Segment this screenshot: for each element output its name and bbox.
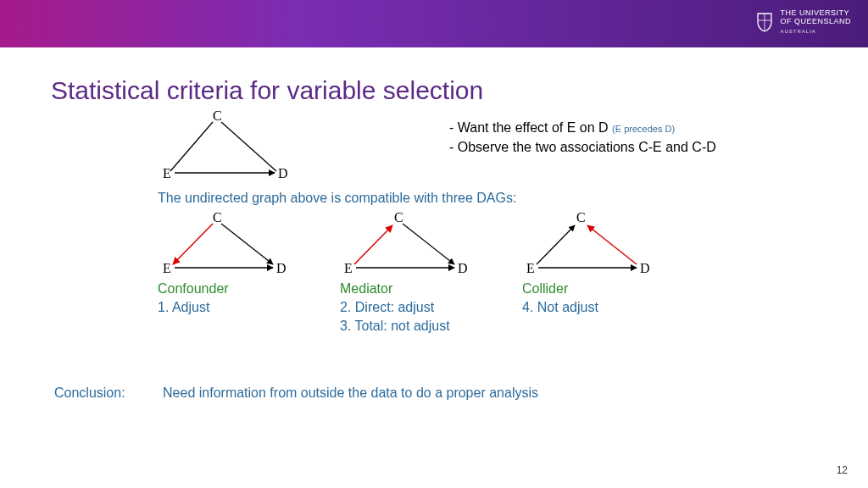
note-precedes: (E precedes D) bbox=[612, 124, 675, 134]
svg-line-6 bbox=[221, 224, 273, 264]
svg-line-17 bbox=[537, 225, 575, 264]
svg-text:E: E bbox=[526, 261, 535, 275]
svg-text:D: D bbox=[458, 261, 468, 275]
svg-line-5 bbox=[173, 224, 213, 264]
dag-action-4: 4. Not adjust bbox=[522, 298, 704, 317]
node-e: E bbox=[163, 166, 171, 180]
note-observe: - Observe the two associations C-E and C… bbox=[449, 138, 716, 157]
svg-text:E: E bbox=[163, 261, 171, 275]
dag-action-2: 2. Direct: adjust bbox=[340, 298, 522, 317]
dag-action-1: 1. Adjust bbox=[158, 298, 340, 317]
note-want-effect: - Want the effect of E on D bbox=[449, 120, 612, 135]
node-d: D bbox=[278, 166, 288, 180]
header-bar: THE UNIVERSITY OF QUEENSLAND AUSTRALIA bbox=[0, 0, 868, 47]
logo-sub: AUSTRALIA bbox=[780, 27, 851, 36]
svg-line-2 bbox=[170, 122, 213, 171]
university-logo: THE UNIVERSITY OF QUEENSLAND AUSTRALIA bbox=[754, 8, 851, 36]
svg-text:C: C bbox=[213, 212, 222, 225]
logo-line2: OF QUEENSLAND bbox=[780, 17, 851, 25]
conclusion-label: Conclusion: bbox=[54, 385, 125, 400]
dag-title-mediator: Mediator bbox=[340, 280, 522, 298]
dag-title-confounder: Confounder bbox=[158, 280, 340, 298]
undirected-graph: C E D bbox=[158, 110, 302, 186]
dag-mediator: C E D bbox=[339, 212, 483, 280]
dag-descriptions: Confounder 1. Adjust Mediator 2. Direct:… bbox=[158, 280, 704, 336]
conclusion-text: Need information from outside the data t… bbox=[163, 385, 538, 400]
dag-confounder: C E D bbox=[158, 212, 302, 280]
svg-text:D: D bbox=[640, 261, 650, 275]
logo-line1: THE UNIVERSITY bbox=[780, 8, 851, 17]
dag-collider: C E D bbox=[521, 212, 665, 280]
compatibility-caption: The undirected graph above is compatible… bbox=[158, 191, 516, 206]
crest-icon bbox=[754, 12, 775, 32]
page-title: Statistical criteria for variable select… bbox=[51, 76, 483, 105]
conclusion: Conclusion: Need information from outsid… bbox=[54, 385, 538, 401]
svg-text:C: C bbox=[576, 212, 586, 225]
svg-line-18 bbox=[587, 225, 637, 264]
svg-line-12 bbox=[403, 224, 454, 264]
svg-line-11 bbox=[354, 225, 392, 264]
svg-text:D: D bbox=[276, 261, 287, 275]
svg-line-3 bbox=[221, 122, 276, 171]
dag-action-3: 3. Total: not adjust bbox=[340, 317, 522, 336]
notes: - Want the effect of E on D (E precedes … bbox=[449, 119, 716, 157]
svg-text:E: E bbox=[344, 261, 353, 275]
dag-title-collider: Collider bbox=[522, 280, 704, 298]
svg-text:C: C bbox=[394, 212, 403, 225]
node-c: C bbox=[213, 110, 222, 123]
page-number: 12 bbox=[837, 464, 848, 476]
